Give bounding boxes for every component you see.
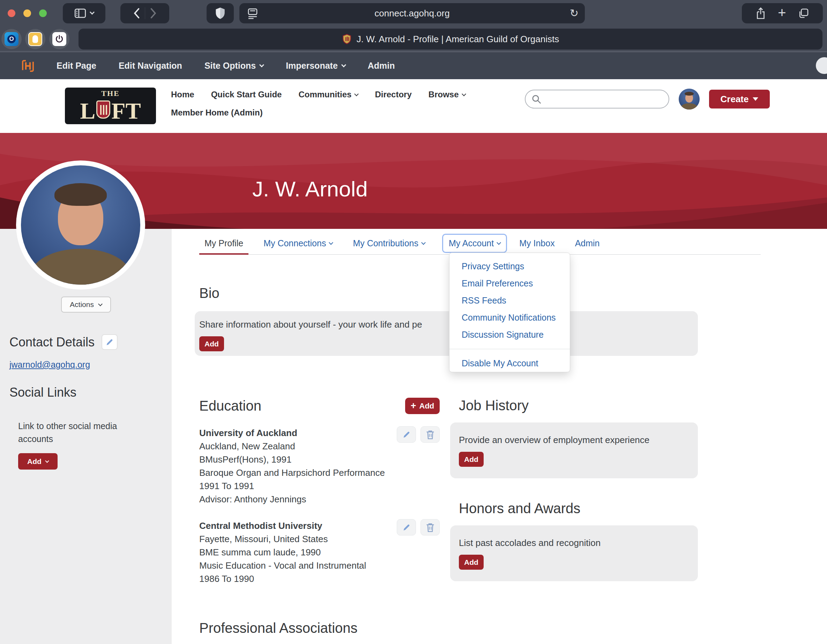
education-entry: Central Methodist University Fayette, Mi… xyxy=(195,519,440,585)
site-nav: Home Quick Start Guide Communities Direc… xyxy=(171,90,465,133)
bio-hint: Share information about yourself - your … xyxy=(199,319,698,330)
tab-my-contributions[interactable]: My Contributions xyxy=(348,238,430,254)
tab-bar: O J. W. Arnold - Profile | American Guil… xyxy=(0,27,827,52)
education-line: Baroque Organ and Harpsichord Performanc… xyxy=(199,466,385,479)
share-button[interactable] xyxy=(755,7,766,20)
tab-favicon-ago-shield-icon xyxy=(342,34,352,44)
delete-education-button[interactable] xyxy=(420,426,440,443)
menu-item-disable-my-account[interactable]: Disable My Account xyxy=(449,355,570,372)
sidebar-icon xyxy=(74,8,86,18)
job-history-column: Job History Provide an overview of emplo… xyxy=(450,398,698,644)
address-bar[interactable]: connect.agohq.org ↻ xyxy=(239,3,585,23)
chevron-down-icon xyxy=(259,62,264,67)
minimize-window-button[interactable] xyxy=(23,9,31,17)
close-window-button[interactable] xyxy=(8,9,16,17)
menu-item-privacy-settings[interactable]: Privacy Settings xyxy=(449,258,570,275)
education-line: Music Education - Vocal and Instrumental xyxy=(199,559,366,572)
bio-empty-box: Share information about yourself - your … xyxy=(195,311,698,356)
education-line: Fayette, Missouri, United States xyxy=(199,532,366,546)
edit-page-button[interactable]: Edit Page xyxy=(56,61,96,71)
site-options-menu[interactable]: Site Options xyxy=(204,61,264,71)
job-history-empty-box: Provide an overview of employment experi… xyxy=(450,423,698,478)
profile-main: My Profile My Connections My Contributio… xyxy=(172,229,827,644)
chevron-down-icon xyxy=(462,92,466,96)
nav-quick-start-guide[interactable]: Quick Start Guide xyxy=(211,90,282,100)
add-bio-button[interactable]: Add xyxy=(199,336,224,351)
search-input[interactable] xyxy=(525,90,669,109)
privacy-shield-extension-button[interactable] xyxy=(207,3,234,23)
chevron-down-icon xyxy=(45,459,49,463)
add-honors-button[interactable]: Add xyxy=(459,555,484,570)
job-history-hint: Provide an overview of employment experi… xyxy=(459,435,698,446)
my-account-dropdown: Privacy Settings Email Preferences RSS F… xyxy=(449,253,570,372)
trash-icon xyxy=(426,430,434,439)
trash-icon xyxy=(426,523,434,532)
add-social-link-button[interactable]: Add xyxy=(18,453,58,469)
tab-my-inbox[interactable]: My Inbox xyxy=(514,238,560,254)
admin-menu-button[interactable]: Admin xyxy=(368,61,395,71)
higher-logic-icon[interactable] xyxy=(22,59,34,73)
menu-item-discussion-signature[interactable]: Discussion Signature xyxy=(449,326,570,343)
create-button[interactable]: Create xyxy=(709,90,770,109)
add-job-history-button[interactable]: Add xyxy=(459,452,484,467)
nav-communities[interactable]: Communities xyxy=(298,90,358,100)
outlook-extension-button[interactable]: O xyxy=(2,29,22,49)
edit-contact-button[interactable] xyxy=(101,334,118,350)
page-menu-icon[interactable] xyxy=(247,8,258,19)
education-line: Advisor: Anthony Jennings xyxy=(199,493,385,506)
menu-item-rss-feeds[interactable]: RSS Feeds xyxy=(449,292,570,309)
contact-details-heading: Contact Details xyxy=(9,335,95,349)
honors-awards-hint: List past accolades and recognition xyxy=(459,538,698,549)
forward-button[interactable] xyxy=(150,8,157,19)
profile-tabs: My Profile My Connections My Contributio… xyxy=(199,238,761,255)
tab-my-account[interactable]: My Account xyxy=(442,234,507,253)
menu-item-community-notifications[interactable]: Community Notifications xyxy=(449,309,570,326)
active-browser-tab[interactable]: J. W. Arnold - Profile | American Guild … xyxy=(78,29,822,50)
sidebar-toggle-button[interactable] xyxy=(63,3,105,23)
reload-button[interactable]: ↻ xyxy=(570,7,579,19)
actions-button[interactable]: Actions xyxy=(61,296,111,313)
chevron-down-icon xyxy=(329,240,334,245)
back-button[interactable] xyxy=(133,8,140,19)
profile-photo[interactable] xyxy=(16,161,145,290)
education-heading: Education xyxy=(199,398,261,414)
profile-name: J. W. Arnold xyxy=(252,176,368,201)
tab-admin[interactable]: Admin xyxy=(570,238,605,254)
nav-directory[interactable]: Directory xyxy=(375,90,411,100)
zoom-window-button[interactable] xyxy=(39,9,47,17)
power-extension-button[interactable] xyxy=(49,29,69,49)
menu-item-email-preferences[interactable]: Email Preferences xyxy=(449,275,570,292)
nav-browse[interactable]: Browse xyxy=(429,90,465,100)
impersonate-menu[interactable]: Impersonate xyxy=(286,61,345,71)
tab-my-profile[interactable]: My Profile xyxy=(199,238,248,255)
tab-overview-button[interactable] xyxy=(798,8,809,19)
divider xyxy=(145,7,145,19)
logo-the-text: THE xyxy=(99,89,122,98)
nav-member-home-admin[interactable]: Member Home (Admin) xyxy=(171,108,263,118)
edit-navigation-button[interactable]: Edit Navigation xyxy=(119,61,182,71)
pencil-icon xyxy=(403,523,411,532)
moon-icon[interactable] xyxy=(816,57,827,74)
education-line: 1986 To 1990 xyxy=(199,572,366,585)
search-icon xyxy=(531,94,541,104)
honors-awards-empty-box: List past accolades and recognition Add xyxy=(450,525,698,581)
profile-sidebar: Actions Contact Details jwarnold@agohq.o… xyxy=(0,229,172,644)
delete-education-button[interactable] xyxy=(420,519,440,535)
tab-my-connections[interactable]: My Connections xyxy=(258,238,338,254)
edit-education-button[interactable] xyxy=(397,426,416,443)
the-loft-logo[interactable]: THE L FT xyxy=(65,87,156,124)
add-education-button[interactable]: + Add xyxy=(405,398,440,414)
nav-home[interactable]: Home xyxy=(171,90,194,100)
chevron-down-icon xyxy=(421,240,426,245)
email-link[interactable]: jwarnold@agohq.org xyxy=(9,360,90,370)
ago-shield-icon xyxy=(96,100,110,119)
education-school: Central Methodist University xyxy=(199,519,366,532)
job-history-heading: Job History xyxy=(459,398,698,413)
browser-chrome: connect.agohq.org ↻ + xyxy=(0,0,827,27)
user-avatar[interactable] xyxy=(679,89,700,109)
education-line: BMusPerf(Hons), 1991 xyxy=(199,453,385,466)
site-header: THE L FT Home Quick Start Guide Communit… xyxy=(0,79,827,133)
edit-education-button[interactable] xyxy=(397,519,416,535)
chevron-down-icon xyxy=(354,92,359,96)
notes-extension-button[interactable] xyxy=(25,29,45,49)
